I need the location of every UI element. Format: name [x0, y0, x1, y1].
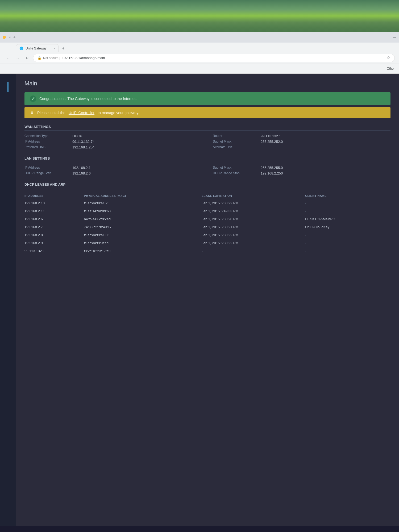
- check-icon: ✓: [30, 95, 36, 102]
- cell-mac: b4:fb:e4:8c:95:ed: [84, 215, 202, 223]
- cell-mac: 74:83:c2:7b:49:17: [84, 223, 202, 231]
- cell-mac: fc:ec:da:f9:a1:26: [84, 199, 202, 207]
- cell-lease: Jan 1, 2015 6:49:33 PM: [202, 207, 305, 215]
- lan-settings-header: LAN SETTINGS: [24, 156, 390, 162]
- lan-subnet-value: 255.255.255.0: [261, 166, 283, 170]
- table-row: 192.168.2.10 fc:ec:da:f9:a1:26 Jan 1, 20…: [24, 199, 390, 207]
- bookmarks-bar: Other: [0, 64, 399, 73]
- wan-connection-type-label: Connection Type: [24, 134, 67, 138]
- desktop-wallpaper: [0, 0, 399, 32]
- wan-connection-type-row: Connection Type DHCP: [24, 133, 202, 139]
- lan-dhcp-stop-row: DHCP Range Stop 192.168.2.250: [213, 171, 390, 176]
- monitor-icon: 🖥: [30, 110, 34, 115]
- reload-button[interactable]: ↻: [23, 54, 31, 62]
- wan-alt-dns-label: Alternate DNS: [213, 145, 255, 149]
- cell-ip: 192.168.2.11: [24, 207, 84, 215]
- wan-ip-value: 99.113.132.74: [72, 140, 94, 144]
- lan-dhcp-stop-value: 192.168.2.250: [261, 171, 283, 175]
- bookmark-star-icon[interactable]: ☆: [386, 55, 390, 60]
- cell-ip: 192.168.2.8: [24, 231, 84, 239]
- new-tab-button[interactable]: +: [60, 45, 67, 52]
- success-message: Congratulations! The Gateway is connecte…: [39, 97, 137, 101]
- sidebar-accent: [7, 82, 9, 92]
- wan-subnet-label: Subnet Mask: [213, 140, 255, 144]
- lan-ip-row: IP Address 192.168.2.1: [24, 165, 202, 171]
- cell-lease: Jan 1, 2015 6:30:22 PM: [202, 231, 305, 239]
- cell-lease: -: [202, 247, 305, 255]
- table-row: 192.168.2.7 74:83:c2:7b:49:17 Jan 1, 201…: [24, 223, 390, 231]
- table-row: 99.113.132.1 f8:2c:18:23:17:c9 - -: [24, 247, 390, 255]
- cell-ip: 192.168.2.9: [24, 239, 84, 247]
- unifi-controller-link[interactable]: UniFi Controller: [69, 111, 94, 115]
- table-row: 192.168.2.6 b4:fb:e4:8c:95:ed Jan 1, 201…: [24, 215, 390, 223]
- window-minimize[interactable]: —: [393, 35, 396, 39]
- wan-ip-row: IP Address 99.113.132.74: [24, 139, 202, 144]
- cell-client: -: [305, 239, 390, 247]
- tab-close[interactable]: ×: [9, 36, 11, 39]
- address-prefix: Not secure |: [43, 56, 60, 60]
- address-text: 192.168.2.1/#/manage/main: [62, 56, 105, 60]
- page-title: Main: [24, 80, 390, 87]
- new-tab-button[interactable]: +: [13, 35, 16, 40]
- wan-right-col: Router 99.113.132.1 Subnet Mask 255.255.…: [213, 133, 390, 150]
- tab-favicon: 🌐: [19, 47, 23, 50]
- lan-dhcp-start-row: DHCP Range Start 192.168.2.6: [24, 171, 202, 176]
- wan-left-col: Connection Type DHCP IP Address 99.113.1…: [24, 133, 202, 150]
- wan-dns-label: Preferred DNS: [24, 145, 67, 149]
- lan-dhcp-start-value: 192.168.2.6: [72, 171, 91, 175]
- col-lease-expiration: LEASE EXPIRATION: [202, 193, 305, 199]
- dhcp-leases-header: DHCP LEASES AND ARP: [24, 182, 390, 188]
- lan-subnet-row: Subnet Mask 255.255.255.0: [213, 165, 390, 171]
- tab-bar: 🌐 UniFi Gateway × +: [0, 43, 399, 52]
- lan-ip-value: 192.168.2.1: [72, 166, 91, 170]
- forward-button[interactable]: →: [14, 54, 21, 62]
- wan-router-label: Router: [213, 134, 255, 138]
- wan-dns-value: 192.168.1.254: [72, 145, 94, 149]
- table-row: 192.168.2.8 fc:ec:da:f9:a1:06 Jan 1, 201…: [24, 231, 390, 239]
- success-banner: ✓ Congratulations! The Gateway is connec…: [24, 92, 390, 105]
- wan-settings-header: WAN SETTINGS: [24, 125, 390, 131]
- sidebar: [0, 74, 16, 526]
- table-row: 192.168.2.11 fc:aa:14:9d:dd:63 Jan 1, 20…: [24, 207, 390, 215]
- col-client-name: CLIENT NAME: [305, 193, 390, 199]
- cell-ip: 192.168.2.6: [24, 215, 84, 223]
- col-mac-address: PHYSICAL ADDRESS (MAC): [84, 193, 202, 199]
- cell-lease: Jan 1, 2015 6:30:21 PM: [202, 223, 305, 231]
- wan-connection-type-value: DHCP: [72, 134, 82, 138]
- cell-ip: 99.113.132.1: [24, 247, 84, 255]
- cell-client: -: [305, 247, 390, 255]
- lan-left-col: IP Address 192.168.2.1 DHCP Range Start …: [24, 165, 202, 176]
- dhcp-table-header-row: IP ADDRESS PHYSICAL ADDRESS (MAC) LEASE …: [24, 193, 390, 199]
- cell-mac: fc:ec:da:f9:a1:06: [84, 231, 202, 239]
- minimize-button[interactable]: [3, 36, 6, 39]
- tab-close-btn[interactable]: ×: [53, 47, 55, 50]
- cell-mac: f8:2c:18:23:17:c9: [84, 247, 202, 255]
- wan-ip-label: IP Address: [24, 140, 67, 144]
- page-content: Main ✓ Congratulations! The Gateway is c…: [0, 74, 399, 526]
- lan-right-col: Subnet Mask 255.255.255.0 DHCP Range Sto…: [213, 165, 390, 176]
- cell-ip: 192.168.2.7: [24, 223, 84, 231]
- table-row: 192.168.2.9 fc:ec:da:f9:9f:ed Jan 1, 201…: [24, 239, 390, 247]
- cell-client: -: [305, 199, 390, 207]
- wan-subnet-row: Subnet Mask 255.255.252.0: [213, 139, 390, 144]
- wan-dns-row: Preferred DNS 192.168.1.254: [24, 144, 202, 150]
- warning-prefix: Please install the: [37, 111, 65, 115]
- wan-subnet-value: 255.255.252.0: [261, 140, 283, 144]
- wan-router-value: 99.113.132.1: [261, 134, 281, 138]
- lan-subnet-label: Subnet Mask: [213, 166, 255, 170]
- cell-mac: fc:ec:da:f9:9f:ed: [84, 239, 202, 247]
- lan-ip-label: IP Address: [24, 166, 67, 170]
- tab-label: UniFi Gateway: [26, 47, 47, 50]
- wan-router-row: Router 99.113.132.1: [213, 133, 390, 139]
- other-bookmarks[interactable]: Other: [387, 67, 395, 70]
- back-button[interactable]: ←: [4, 54, 12, 62]
- warning-suffix: to manage your gateway.: [98, 111, 139, 115]
- cell-lease: Jan 1, 2015 6:30:22 PM: [202, 199, 305, 207]
- address-bar[interactable]: 🔒 Not secure | 192.168.2.1/#/manage/main…: [33, 54, 395, 62]
- browser-titlebar: × + —: [0, 32, 399, 43]
- cell-client: DESKTOP-MainPC: [305, 215, 390, 223]
- browser-chrome: × + — 🌐 UniFi Gateway × + ← → ↻ 🔒 Not se…: [0, 32, 399, 74]
- main-area: Main ✓ Congratulations! The Gateway is c…: [16, 74, 399, 526]
- dhcp-leases-table: IP ADDRESS PHYSICAL ADDRESS (MAC) LEASE …: [24, 193, 390, 255]
- active-tab[interactable]: 🌐 UniFi Gateway ×: [16, 44, 59, 52]
